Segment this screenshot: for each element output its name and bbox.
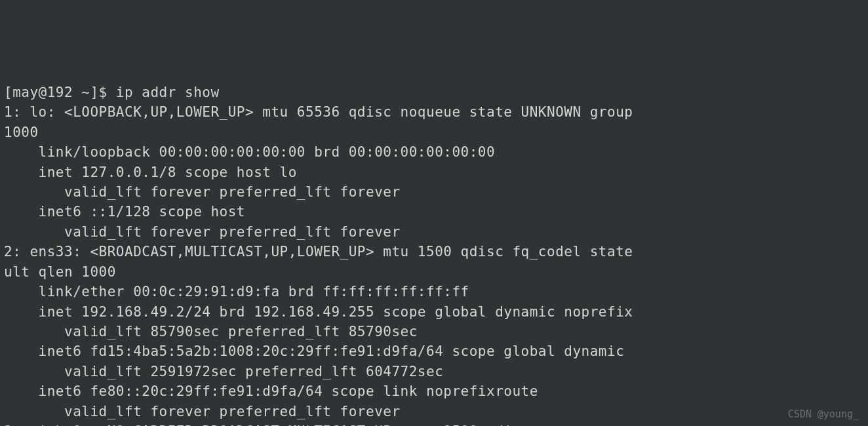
terminal-line: valid_lft 2591972sec preferred_lft 60477…	[4, 364, 443, 379]
terminal-line: ult qlen 1000	[4, 264, 116, 280]
terminal-line: [may@192 ~]$ ip addr show	[4, 85, 220, 100]
terminal-line: 2: ens33: <BROADCAST,MULTICAST,UP,LOWER_…	[4, 244, 633, 260]
watermark-text: CSDN @young_	[788, 408, 859, 422]
terminal-line: inet 192.168.49.2/24 brd 192.168.49.255 …	[4, 304, 633, 320]
terminal-line: valid_lft forever preferred_lft forever	[4, 224, 401, 240]
terminal-line: 1: lo: <LOOPBACK,UP,LOWER_UP> mtu 65536 …	[4, 104, 633, 120]
terminal-output[interactable]: [may@192 ~]$ ip addr show 1: lo: <LOOPBA…	[4, 83, 864, 426]
terminal-line: inet 127.0.0.1/8 scope host lo	[4, 165, 297, 180]
terminal-line: 3: virbr0: <NO-CARRIER,BROADCAST,MULTICA…	[4, 423, 633, 426]
terminal-line: inet6 ::1/128 scope host	[4, 204, 254, 220]
terminal-line: link/loopback 00:00:00:00:00:00 brd 00:0…	[4, 144, 495, 160]
terminal-line: inet6 fd15:4ba5:5a2b:1008:20c:29ff:fe91:…	[4, 343, 633, 359]
terminal-line: link/ether 00:0c:29:91:d9:fa brd ff:ff:f…	[4, 284, 469, 300]
terminal-line: valid_lft forever preferred_lft forever	[4, 404, 401, 419]
terminal-line: 1000	[4, 125, 39, 140]
terminal-line: inet6 fe80::20c:29ff:fe91:d9fa/64 scope …	[4, 383, 547, 399]
terminal-line: valid_lft 85790sec preferred_lft 85790se…	[4, 324, 418, 339]
terminal-line: valid_lft forever preferred_lft forever	[4, 184, 401, 200]
